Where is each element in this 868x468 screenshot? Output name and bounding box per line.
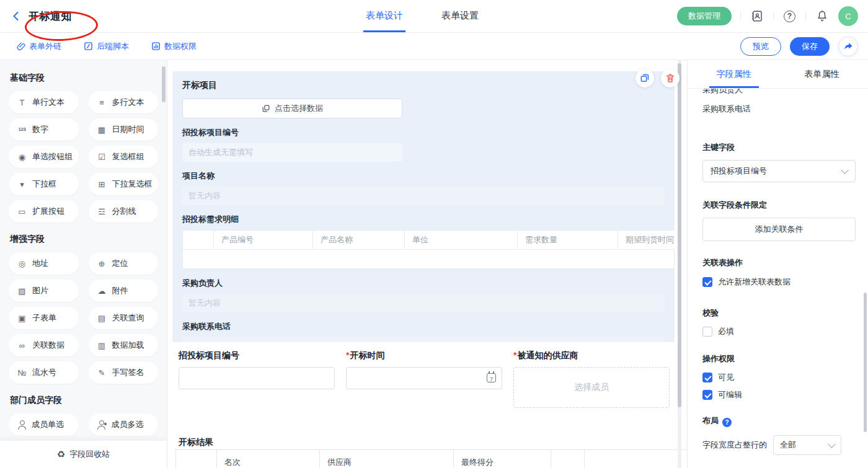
form-external-link[interactable]: 表单外链 bbox=[16, 41, 61, 52]
field-list-item[interactable]: 采购联系电话 bbox=[702, 104, 856, 115]
dropdown-icon: ▾ bbox=[17, 180, 27, 188]
back-button[interactable] bbox=[10, 10, 22, 22]
field-pill-relation-data[interactable]: ∞关联数据 bbox=[9, 334, 79, 356]
allow-add-relation-checkbox-row[interactable]: 允许新增关联表数据 bbox=[702, 276, 856, 288]
field-pill-radio-group[interactable]: ◉单选按钮组 bbox=[9, 146, 79, 168]
title-edit-underline bbox=[29, 32, 72, 33]
table-header-cell: 单位 bbox=[404, 230, 517, 250]
backend-script-link[interactable]: 后端脚本 bbox=[84, 41, 129, 52]
field-pill-image[interactable]: ▧图片 bbox=[9, 280, 79, 302]
data-permission-link[interactable]: 数据权限 bbox=[151, 41, 197, 52]
avatar[interactable]: C bbox=[838, 6, 858, 26]
field-pill-dropdown[interactable]: ▾下拉框 bbox=[9, 173, 79, 195]
canvas-scrollbar[interactable] bbox=[678, 63, 681, 407]
project-no-input[interactable] bbox=[179, 367, 335, 389]
checkbox-checked[interactable] bbox=[702, 373, 712, 382]
field-pill-subform[interactable]: ▣子表单 bbox=[9, 307, 79, 329]
form-field-project-no: 招投标项目编号 bbox=[179, 350, 335, 408]
field-input-project-no[interactable]: 自动生成无需填写 bbox=[182, 143, 402, 162]
tab-form-settings[interactable]: 表单设置 bbox=[439, 0, 481, 32]
table-header-cell: 最终得分 bbox=[453, 449, 551, 468]
section-title-member: 部门成员字段 bbox=[10, 395, 158, 406]
field-pill-extend-button[interactable]: ▭扩展按钮 bbox=[9, 200, 79, 223]
field-pill-attachment[interactable]: ☁附件 bbox=[89, 280, 159, 302]
field-pill-multi-dropdown[interactable]: ⊞下拉复选框 bbox=[89, 173, 159, 195]
select-data-button[interactable]: 点击选择数据 bbox=[182, 99, 402, 118]
help-button[interactable] bbox=[782, 9, 797, 24]
field-list-item[interactable]: 采购负责人 bbox=[702, 89, 856, 94]
checkbox-checked[interactable] bbox=[702, 277, 712, 287]
field-label: 招投标项目编号 bbox=[182, 127, 665, 138]
field-pill-relation-query[interactable]: ▤关联查询 bbox=[89, 307, 159, 329]
table-empty-row bbox=[182, 250, 675, 269]
table-header-cell: 产品名称 bbox=[312, 230, 404, 250]
field-purchase-owner[interactable]: 暂无内容 bbox=[182, 294, 665, 312]
section-title-enhanced: 增强字段 bbox=[10, 234, 158, 245]
field-pill-single-line-text[interactable]: T单行文本 bbox=[9, 91, 79, 113]
contacts-button[interactable] bbox=[750, 9, 764, 24]
field-width-select[interactable]: 全部 bbox=[773, 435, 841, 455]
chevron-down-icon bbox=[841, 166, 849, 174]
field-pill-address[interactable]: ◎地址 bbox=[9, 252, 79, 275]
multi-line-text-icon: ≡ bbox=[97, 99, 107, 107]
table-header-cell: 期望到货时间 bbox=[618, 230, 675, 250]
data-manage-button[interactable]: 数据管理 bbox=[677, 7, 732, 25]
tab-form-properties[interactable]: 表单属性 bbox=[797, 60, 847, 88]
multi-dropdown-icon: ⊞ bbox=[97, 180, 107, 188]
sidebar-scrollbar[interactable] bbox=[162, 66, 166, 102]
notification-button[interactable] bbox=[815, 9, 830, 24]
result-table[interactable]: 名次 供应商 最终得分 bbox=[175, 449, 687, 468]
field-label: 采购负责人 bbox=[182, 278, 665, 289]
editable-checkbox-row[interactable]: 可编辑 bbox=[702, 389, 856, 400]
field-label: 招投标需求明细 bbox=[182, 214, 665, 225]
delete-field-button[interactable] bbox=[661, 69, 680, 87]
field-pill-serial-number[interactable]: №流水号 bbox=[9, 361, 79, 384]
form-designer-app: 开标通知 表单设计 表单设置 数据管理 C 表单 bbox=[0, 0, 868, 468]
form-canvas: 开标项目 点击选择数据 招投标项目编号 自动生成无需填写 项目名称 暂无内容 招… bbox=[167, 60, 687, 468]
field-pill-data-load[interactable]: ▥数据加载 bbox=[89, 334, 159, 356]
field-purchase-phone[interactable]: 暂无内容 bbox=[182, 337, 665, 342]
panel-scrollbar[interactable] bbox=[864, 293, 867, 432]
table-header-cell: 需求数量 bbox=[517, 230, 618, 250]
field-pill-member-single[interactable]: 成员单选 bbox=[9, 413, 79, 436]
tab-form-design[interactable]: 表单设计 bbox=[363, 0, 405, 32]
attachment-icon: ☁ bbox=[97, 287, 107, 295]
table-header-cell bbox=[182, 230, 213, 250]
checkbox-checked[interactable] bbox=[702, 390, 712, 400]
field-label: 开标时间 bbox=[346, 350, 502, 361]
header-tabs: 表单设计 表单设置 bbox=[363, 0, 481, 32]
divider bbox=[773, 12, 774, 20]
required-checkbox-row[interactable]: 必填 bbox=[702, 326, 856, 337]
checkbox-unchecked[interactable] bbox=[702, 327, 712, 337]
serial-number-icon: № bbox=[17, 369, 27, 377]
preview-button[interactable]: 预览 bbox=[740, 37, 781, 56]
selected-field-block[interactable]: 开标项目 点击选择数据 招投标项目编号 自动生成无需填写 项目名称 暂无内容 招… bbox=[172, 71, 675, 342]
save-button[interactable]: 保存 bbox=[790, 37, 830, 56]
share-button[interactable] bbox=[838, 37, 858, 56]
block-title: 开标项目 bbox=[182, 80, 665, 91]
question-circle-icon[interactable] bbox=[722, 418, 732, 427]
field-pill-location[interactable]: ⊕定位 bbox=[89, 252, 159, 275]
relation-data-icon: ∞ bbox=[17, 342, 27, 350]
field-pill-number[interactable]: 123数字 bbox=[9, 118, 79, 141]
primary-key-select[interactable]: 招投标项目编号 bbox=[702, 160, 856, 182]
page-title[interactable]: 开标通知 bbox=[29, 9, 72, 24]
open-time-input[interactable] bbox=[346, 367, 502, 389]
visible-checkbox-row[interactable]: 可见 bbox=[702, 372, 856, 383]
field-pill-multi-line-text[interactable]: ≡多行文本 bbox=[89, 91, 159, 113]
select-member-box[interactable]: 选择成员 bbox=[513, 367, 670, 408]
add-relation-condition-button[interactable]: 添加关联条件 bbox=[702, 218, 856, 241]
select-data-icon bbox=[262, 104, 270, 113]
field-pill-member-multi[interactable]: 成员多选 bbox=[89, 413, 159, 436]
field-project-name[interactable]: 暂无内容 bbox=[182, 187, 665, 205]
relation-query-icon: ▤ bbox=[97, 314, 107, 322]
tab-field-properties[interactable]: 字段属性 bbox=[709, 60, 759, 88]
copy-field-button[interactable] bbox=[636, 69, 654, 87]
field-pill-divider[interactable]: ☲分割线 bbox=[89, 200, 159, 223]
field-recycle-bin[interactable]: ♻ 字段回收站 bbox=[0, 441, 167, 468]
divider-icon: ☲ bbox=[97, 208, 107, 216]
field-pill-signature[interactable]: ✎手写签名 bbox=[89, 361, 159, 384]
field-pill-checkbox-group[interactable]: ☑复选框组 bbox=[89, 146, 159, 168]
field-pill-datetime[interactable]: ▦日期时间 bbox=[89, 118, 159, 141]
needs-detail-table[interactable]: 产品编号 产品名称 单位 需求数量 期望到货时间 bbox=[182, 230, 675, 269]
